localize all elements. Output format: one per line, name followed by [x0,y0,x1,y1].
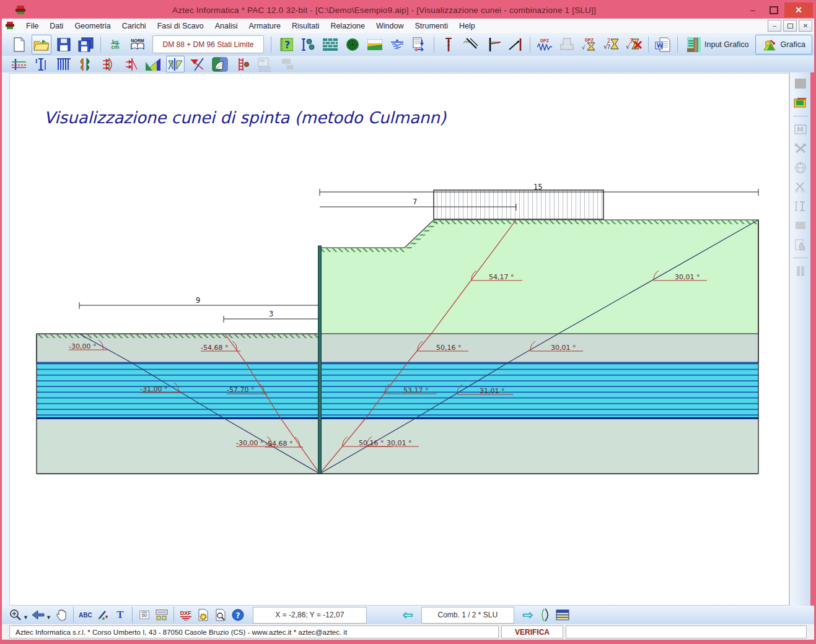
soil-thrust-button[interactable] [144,56,162,72]
pressure-diagram-button[interactable] [99,56,118,72]
fill-rect-button[interactable] [792,218,809,233]
menu-file[interactable]: File [20,19,44,33]
section-box-button[interactable] [792,199,809,214]
menu-dati[interactable]: Dati [44,19,69,33]
menu-window[interactable]: Window [371,19,409,33]
dxf-export-button[interactable]: DXF [178,607,194,623]
vegetation-button[interactable] [343,35,362,54]
page-setup-button[interactable] [195,607,211,623]
svg-text:W: W [657,43,663,49]
back-caret[interactable]: ▼ [46,614,51,620]
analysis-dpz-button[interactable]: DPZ √ [579,35,599,54]
pause-button[interactable] [792,264,809,279]
mdi-restore-button[interactable] [783,20,797,32]
save-button[interactable] [54,35,74,54]
pan-button[interactable] [53,607,69,623]
next-combination-button[interactable]: ⇨ [520,607,536,623]
menu-armature[interactable]: Armature [243,19,286,33]
save-all-button[interactable] [76,35,96,54]
units-button[interactable]: kgcm [105,35,125,54]
report-pages-button[interactable] [255,56,274,72]
menu-strumenti[interactable]: Strumenti [409,19,454,33]
graphic-help-button[interactable]: ? [276,35,296,54]
open-button[interactable] [32,35,51,54]
vertical-pile-icon [443,37,454,53]
foundation-button[interactable] [557,35,577,54]
zoom-button[interactable] [7,607,24,623]
wall-anchors-button[interactable] [483,35,503,54]
culmann-drawing: Visualizzazione cunei di spinta (metodo … [10,74,789,605]
close-button[interactable]: ✕ [784,2,813,17]
water-table-button[interactable] [387,35,407,54]
svg-text:?: ? [284,39,290,51]
tools-button[interactable] [792,141,809,156]
selection-squares-button[interactable] [278,56,296,72]
paint-button[interactable] [95,607,111,623]
app-logo-icon [15,6,26,15]
grafica-button[interactable]: Grafica [755,35,812,54]
dim-boxes-button[interactable] [154,607,170,623]
menu-risultati[interactable]: Risultati [286,19,325,33]
mdi-minimize-button[interactable]: – [768,20,781,32]
analysis-stop-button[interactable]: √3 [624,35,644,54]
loads-edit-button[interactable]: + [410,35,429,54]
pile-results-button[interactable]: I [32,56,51,72]
menu-carichi[interactable]: Carichi [116,19,152,33]
menu-analisi[interactable]: Analisi [209,19,243,33]
anchors-button[interactable] [461,35,481,54]
minimize-button[interactable]: – [742,2,763,17]
export-word-button[interactable]: W [653,35,673,54]
seismic-dpz-button[interactable]: DPZ [535,35,555,54]
menu-geometria[interactable]: Geometria [69,19,116,33]
moment-diagram-button[interactable] [77,56,95,72]
help-button[interactable]: ? [230,607,246,623]
snapshot-button[interactable] [792,76,809,91]
deformed-curve-icon [540,608,550,622]
font-settings-button[interactable]: ABC [77,607,94,623]
back-button[interactable] [30,607,46,623]
zoom-caret[interactable]: ▼ [23,614,29,620]
movie-button[interactable]: M [792,122,809,137]
struts-button[interactable] [506,35,525,54]
norms-button[interactable]: NORM [128,35,147,54]
dim-style-button[interactable]: 50 [136,607,152,623]
new-document-button[interactable] [9,35,29,54]
stratigraphy-button[interactable] [365,35,385,54]
rupture-lines-button[interactable] [188,56,207,72]
cut-button[interactable] [792,180,809,194]
maximize-button[interactable] [763,2,784,17]
text-tool-button[interactable]: T [112,607,128,623]
table-view-button[interactable] [555,607,571,623]
slideshow-button[interactable] [792,95,809,110]
pile-view-button[interactable] [439,35,458,54]
print-preview-button[interactable] [213,607,229,623]
mode-badge: VERIFICA [501,625,563,638]
angle-label: -54,68 ° [265,440,292,448]
dpz-hourglass-icon: DPZ √ [582,38,597,51]
diagram-comb-button[interactable] [55,56,73,72]
document-icon [6,22,15,30]
drawing-canvas[interactable]: Visualizzazione cunei di spinta (metodo … [9,73,789,606]
load-diagram-button[interactable] [121,56,140,72]
culmann-wedges-button[interactable] [166,56,185,72]
mdi-close-button[interactable]: ✕ [799,20,812,32]
masonry-button[interactable] [320,35,340,54]
analysis-run-button[interactable]: √27 [602,35,621,54]
input-grafico-button[interactable]: Input Grafico [681,35,755,54]
wall-results-button[interactable] [10,56,29,72]
prev-combination-button[interactable]: ⇦ [400,607,416,623]
deformed-view-button[interactable] [537,607,553,623]
menu-relazione[interactable]: Relazione [325,19,371,33]
displacement-button[interactable] [211,56,229,72]
menu-fasi-di-scavo[interactable]: Fasi di Scavo [152,19,209,33]
combination-display[interactable]: Comb. 1 / 2 * SLU [421,607,514,624]
grab-page-button[interactable] [792,237,809,252]
menu-help[interactable]: Help [454,19,481,33]
norms-combo[interactable]: DM 88 + DM 96 Stati Limite [152,35,264,53]
rebar-button[interactable] [233,56,252,72]
pile-data-button[interactable] [298,35,318,54]
zoom-plus-icon [9,609,22,621]
angle-label: 53,17 ° [403,386,429,394]
globe-button[interactable] [792,160,809,175]
norm-book-icon: NORM [131,38,144,50]
